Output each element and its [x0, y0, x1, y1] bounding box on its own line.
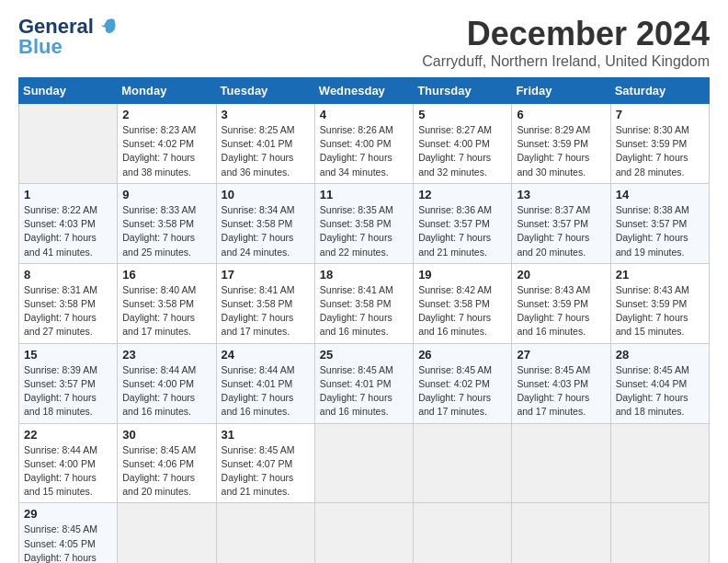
day-number: 17 — [222, 268, 310, 282]
day-info: Sunrise: 8:43 AMSunset: 3:59 PMDaylight:… — [616, 283, 704, 339]
calendar-week-row: 8Sunrise: 8:31 AMSunset: 3:58 PMDaylight… — [19, 263, 710, 343]
day-info: Sunrise: 8:42 AMSunset: 3:58 PMDaylight:… — [418, 283, 506, 339]
calendar-week-row: 29Sunrise: 8:45 AMSunset: 4:05 PMDayligh… — [19, 503, 710, 563]
day-number: 2 — [122, 108, 210, 121]
day-number: 30 — [122, 428, 210, 442]
calendar-cell: 20Sunrise: 8:43 AMSunset: 3:59 PMDayligh… — [512, 263, 610, 343]
calendar-table: SundayMondayTuesdayWednesdayThursdayFrid… — [18, 77, 710, 563]
day-info: Sunrise: 8:38 AMSunset: 3:57 PMDaylight:… — [616, 203, 704, 259]
calendar-cell: 11Sunrise: 8:35 AMSunset: 3:58 PMDayligh… — [314, 183, 413, 263]
logo-blue: Blue — [18, 35, 63, 59]
day-number: 21 — [616, 268, 704, 282]
weekday-header-monday: Monday — [118, 78, 216, 104]
calendar-cell: 27Sunrise: 8:45 AMSunset: 4:03 PMDayligh… — [512, 343, 610, 423]
day-number: 28 — [616, 348, 704, 362]
calendar-cell — [314, 503, 413, 563]
calendar-cell — [19, 104, 118, 184]
calendar-cell: 28Sunrise: 8:45 AMSunset: 4:04 PMDayligh… — [610, 343, 709, 423]
day-info: Sunrise: 8:41 AMSunset: 3:58 PMDaylight:… — [222, 283, 310, 339]
day-number: 5 — [418, 108, 506, 121]
day-number: 24 — [222, 348, 310, 362]
day-info: Sunrise: 8:30 AMSunset: 3:59 PMDaylight:… — [616, 123, 704, 179]
calendar-cell: 14Sunrise: 8:38 AMSunset: 3:57 PMDayligh… — [610, 183, 709, 263]
calendar-cell: 31Sunrise: 8:45 AMSunset: 4:07 PMDayligh… — [216, 423, 314, 503]
calendar-week-row: 15Sunrise: 8:39 AMSunset: 3:57 PMDayligh… — [19, 343, 710, 423]
day-number: 18 — [320, 268, 408, 282]
day-info: Sunrise: 8:31 AMSunset: 3:58 PMDaylight:… — [24, 283, 112, 339]
day-number: 8 — [24, 268, 112, 282]
calendar-cell: 15Sunrise: 8:39 AMSunset: 3:57 PMDayligh… — [19, 343, 118, 423]
day-number: 11 — [320, 188, 408, 201]
day-info: Sunrise: 8:45 AMSunset: 4:01 PMDaylight:… — [320, 363, 408, 419]
day-number: 14 — [616, 188, 704, 201]
day-info: Sunrise: 8:25 AMSunset: 4:01 PMDaylight:… — [222, 123, 310, 179]
day-info: Sunrise: 8:35 AMSunset: 3:58 PMDaylight:… — [320, 203, 408, 259]
day-info: Sunrise: 8:45 AMSunset: 4:06 PMDaylight:… — [122, 443, 210, 500]
weekday-header-wednesday: Wednesday — [314, 78, 413, 104]
day-info: Sunrise: 8:33 AMSunset: 3:58 PMDaylight:… — [122, 203, 210, 259]
day-number: 29 — [24, 507, 112, 521]
calendar-cell — [512, 423, 610, 503]
day-number: 6 — [517, 108, 605, 121]
day-info: Sunrise: 8:36 AMSunset: 3:57 PMDaylight:… — [418, 203, 506, 259]
day-number: 7 — [616, 108, 704, 121]
calendar-cell: 2Sunrise: 8:23 AMSunset: 4:02 PMDaylight… — [118, 104, 216, 184]
calendar-cell: 10Sunrise: 8:34 AMSunset: 3:58 PMDayligh… — [216, 183, 314, 263]
calendar-week-row: 1Sunrise: 8:22 AMSunset: 4:03 PMDaylight… — [19, 183, 710, 263]
calendar-cell: 12Sunrise: 8:36 AMSunset: 3:57 PMDayligh… — [414, 183, 512, 263]
calendar-cell: 9Sunrise: 8:33 AMSunset: 3:58 PMDaylight… — [118, 183, 216, 263]
calendar-cell: 23Sunrise: 8:44 AMSunset: 4:00 PMDayligh… — [118, 343, 216, 423]
day-info: Sunrise: 8:34 AMSunset: 3:58 PMDaylight:… — [222, 203, 310, 259]
day-number: 22 — [24, 428, 112, 442]
calendar-cell: 29Sunrise: 8:45 AMSunset: 4:05 PMDayligh… — [19, 503, 118, 563]
day-number: 31 — [222, 428, 310, 442]
calendar-week-row: 2Sunrise: 8:23 AMSunset: 4:02 PMDaylight… — [19, 104, 710, 184]
day-number: 19 — [418, 268, 506, 282]
day-info: Sunrise: 8:29 AMSunset: 3:59 PMDaylight:… — [517, 123, 605, 179]
day-number: 15 — [24, 348, 112, 362]
day-info: Sunrise: 8:41 AMSunset: 3:58 PMDaylight:… — [320, 283, 408, 339]
day-info: Sunrise: 8:45 AMSunset: 4:02 PMDaylight:… — [418, 363, 506, 419]
day-info: Sunrise: 8:44 AMSunset: 4:00 PMDaylight:… — [24, 443, 112, 500]
calendar-cell: 4Sunrise: 8:26 AMSunset: 4:00 PMDaylight… — [314, 104, 413, 184]
calendar-cell: 16Sunrise: 8:40 AMSunset: 3:58 PMDayligh… — [118, 263, 216, 343]
day-number: 12 — [418, 188, 506, 201]
day-info: Sunrise: 8:40 AMSunset: 3:58 PMDaylight:… — [122, 283, 210, 339]
calendar-cell: 8Sunrise: 8:31 AMSunset: 3:58 PMDaylight… — [19, 263, 118, 343]
day-number: 16 — [122, 268, 210, 282]
calendar-cell: 24Sunrise: 8:44 AMSunset: 4:01 PMDayligh… — [216, 343, 314, 423]
location-subtitle: Carryduff, Northern Ireland, United King… — [422, 53, 710, 70]
weekday-header-saturday: Saturday — [610, 78, 709, 104]
day-info: Sunrise: 8:44 AMSunset: 4:01 PMDaylight:… — [222, 363, 310, 419]
day-number: 20 — [517, 268, 605, 282]
day-info: Sunrise: 8:22 AMSunset: 4:03 PMDaylight:… — [24, 203, 112, 259]
weekday-header-friday: Friday — [512, 78, 610, 104]
calendar-cell: 13Sunrise: 8:37 AMSunset: 3:57 PMDayligh… — [512, 183, 610, 263]
calendar-cell: 21Sunrise: 8:43 AMSunset: 3:59 PMDayligh… — [610, 263, 709, 343]
day-info: Sunrise: 8:45 AMSunset: 4:05 PMDaylight:… — [24, 523, 112, 563]
weekday-header-tuesday: Tuesday — [216, 78, 314, 104]
day-info: Sunrise: 8:37 AMSunset: 3:57 PMDaylight:… — [517, 203, 605, 259]
title-area: December 2024 Carryduff, Northern Irelan… — [422, 15, 710, 70]
calendar-cell — [314, 423, 413, 503]
day-info: Sunrise: 8:43 AMSunset: 3:59 PMDaylight:… — [517, 283, 605, 339]
calendar-cell: 17Sunrise: 8:41 AMSunset: 3:58 PMDayligh… — [216, 263, 314, 343]
day-number: 25 — [320, 348, 408, 362]
calendar-cell: 7Sunrise: 8:30 AMSunset: 3:59 PMDaylight… — [610, 104, 709, 184]
page-header: General Blue December 2024 Carryduff, No… — [18, 15, 710, 70]
calendar-cell: 18Sunrise: 8:41 AMSunset: 3:58 PMDayligh… — [314, 263, 413, 343]
logo-bird-icon — [97, 17, 118, 36]
calendar-cell — [610, 423, 709, 503]
calendar-cell: 6Sunrise: 8:29 AMSunset: 3:59 PMDaylight… — [512, 104, 610, 184]
logo: General Blue — [18, 15, 118, 59]
calendar-cell: 3Sunrise: 8:25 AMSunset: 4:01 PMDaylight… — [216, 104, 314, 184]
day-number: 27 — [517, 348, 605, 362]
calendar-cell — [118, 503, 216, 563]
calendar-cell — [216, 503, 314, 563]
calendar-cell: 25Sunrise: 8:45 AMSunset: 4:01 PMDayligh… — [314, 343, 413, 423]
weekday-header-thursday: Thursday — [414, 78, 512, 104]
day-number: 9 — [122, 188, 210, 201]
calendar-cell: 22Sunrise: 8:44 AMSunset: 4:00 PMDayligh… — [19, 423, 118, 503]
day-number: 23 — [122, 348, 210, 362]
day-info: Sunrise: 8:45 AMSunset: 4:04 PMDaylight:… — [616, 363, 704, 419]
